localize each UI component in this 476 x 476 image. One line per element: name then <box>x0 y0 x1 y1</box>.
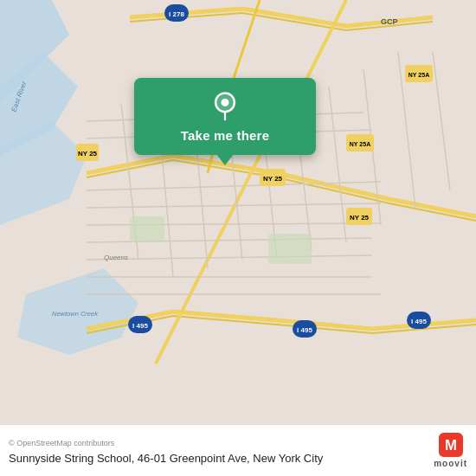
svg-rect-21 <box>268 234 312 264</box>
svg-text:I 495: I 495 <box>297 326 312 334</box>
svg-text:Queens: Queens <box>104 254 128 261</box>
popup-card[interactable]: Take me there <box>134 78 316 155</box>
moovit-logo: M moovit <box>434 433 467 468</box>
svg-rect-20 <box>130 216 164 242</box>
bottom-bar: © OpenStreetMap contributors Sunnyside S… <box>0 424 476 476</box>
moovit-icon: M <box>439 433 463 457</box>
map-container: NY 25 I 278 GCP NY 25A NY 25A NY 25 NY 2… <box>0 0 476 424</box>
osm-credit: © OpenStreetMap contributors <box>9 439 114 447</box>
svg-text:I 495: I 495 <box>411 318 427 325</box>
svg-text:I 495: I 495 <box>132 322 148 330</box>
svg-text:NY 25: NY 25 <box>78 150 98 158</box>
location-info: © OpenStreetMap contributors Sunnyside S… <box>9 434 427 466</box>
moovit-label: moovit <box>434 459 467 468</box>
svg-text:M: M <box>445 437 457 453</box>
svg-text:I 278: I 278 <box>169 10 184 18</box>
svg-point-46 <box>222 99 229 106</box>
svg-text:GCP: GCP <box>381 17 398 26</box>
svg-text:Newtown Creek: Newtown Creek <box>52 310 99 318</box>
map-background: NY 25 I 278 GCP NY 25A NY 25A NY 25 NY 2… <box>0 0 476 424</box>
svg-text:NY 25: NY 25 <box>263 175 283 183</box>
take-me-there-button[interactable]: Take me there <box>181 128 269 143</box>
location-pin-icon <box>209 90 241 121</box>
location-address: Sunnyside String School, 46-01 Greenpoin… <box>9 452 323 465</box>
svg-text:NY 25A: NY 25A <box>350 141 370 147</box>
svg-text:NY 25: NY 25 <box>350 214 370 222</box>
svg-text:NY 25A: NY 25A <box>408 72 429 78</box>
